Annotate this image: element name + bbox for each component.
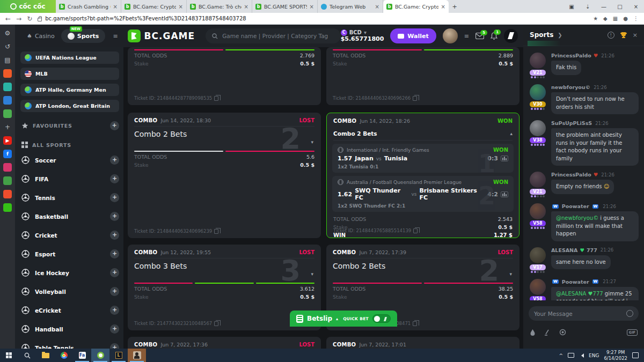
add-favourite-button[interactable]: + bbox=[110, 121, 119, 130]
taskbar-search-icon[interactable] bbox=[18, 349, 36, 362]
maximize-button[interactable]: □ bbox=[612, 4, 628, 10]
speaker-icon[interactable] bbox=[579, 353, 584, 358]
emoji-picker-icon[interactable] bbox=[626, 310, 633, 317]
shield-icon[interactable]: ◆ bbox=[603, 16, 608, 21]
add-ice-hockey-button[interactable]: + bbox=[110, 268, 119, 277]
chat-toggle-button[interactable] bbox=[504, 29, 518, 43]
extensions-icon[interactable]: ▦ bbox=[613, 16, 618, 21]
bet-card-title[interactable]: Combo 2 Bets2▾ bbox=[333, 258, 513, 283]
sidebar-item-ecricket[interactable]: eCricket+ bbox=[20, 301, 119, 320]
browser-tab[interactable]: bBC.Game: Trò chơi sòng bạc× bbox=[187, 0, 252, 13]
avatar[interactable] bbox=[443, 28, 458, 43]
chevron-right-icon[interactable]: ❯ bbox=[558, 32, 562, 38]
all-sports-row[interactable]: ALL SPORTS bbox=[21, 139, 119, 151]
bet-card[interactable]: COMBOJun 14, 2022, 18:26WONCombo 2 Bets▴… bbox=[326, 113, 519, 238]
chat-close-icon[interactable]: × bbox=[633, 32, 638, 39]
add-shortcut-icon[interactable]: + bbox=[3, 123, 12, 131]
search-input[interactable]: Game name | Provider | Category Tag bbox=[206, 28, 340, 43]
pen-icon[interactable] bbox=[544, 329, 551, 336]
chat-username[interactable]: ALESANA bbox=[551, 247, 577, 253]
sidebar-item-soccer[interactable]: Soccer+ bbox=[20, 151, 119, 169]
chat-input[interactable]: Your Message bbox=[529, 306, 639, 321]
copy-icon[interactable] bbox=[413, 321, 417, 326]
sidebar-league-item[interactable]: ATP Halle, Germany Men bbox=[20, 84, 119, 96]
bookmark-star-icon[interactable]: ★ bbox=[593, 16, 598, 21]
collapse-caret-icon[interactable]: ▴ bbox=[510, 131, 513, 136]
sidebar-item-tennis[interactable]: Tennis+ bbox=[20, 188, 119, 207]
browser-tab[interactable]: bCrash Gambling Game - BC.G× bbox=[56, 0, 121, 13]
sidebar-item-basketball[interactable]: Basketball+ bbox=[20, 207, 119, 226]
game-app-icon[interactable] bbox=[3, 109, 12, 118]
sidebar-item-table-tennis[interactable]: Table Tennis+ bbox=[20, 338, 119, 349]
browser-tab[interactable]: Telegram Web× bbox=[318, 0, 383, 13]
history-icon[interactable]: ↺ bbox=[3, 42, 12, 51]
expand-caret-icon[interactable]: ▾ bbox=[311, 139, 313, 145]
character-app-icon[interactable] bbox=[128, 349, 146, 362]
user-menu-icon[interactable]: ≡ bbox=[464, 33, 469, 40]
avatar[interactable] bbox=[530, 120, 546, 136]
coccoc-taskbar-icon[interactable] bbox=[91, 349, 109, 362]
copy-icon[interactable] bbox=[413, 96, 417, 101]
profile-icon[interactable]: ● bbox=[623, 16, 628, 21]
bet-card-title[interactable]: Combo 3 Bets3▾ bbox=[134, 258, 314, 283]
sidebar-league-item[interactable]: UEFA Nations League bbox=[20, 51, 119, 64]
chat-username[interactable]: Poowater bbox=[562, 203, 589, 209]
reload-button[interactable]: ↻ bbox=[27, 15, 32, 23]
add-tennis-button[interactable]: + bbox=[110, 193, 119, 202]
bet-card[interactable]: COMBOJun 7, 2022, 17:36LOST bbox=[128, 337, 321, 349]
chat-username[interactable]: Poowater bbox=[562, 279, 589, 285]
avatar[interactable] bbox=[530, 172, 546, 188]
tab-close-icon[interactable]: × bbox=[113, 4, 118, 10]
avatar[interactable] bbox=[530, 84, 546, 100]
copy-icon[interactable] bbox=[214, 321, 218, 326]
add-soccer-button[interactable]: + bbox=[110, 156, 119, 165]
stats-icon[interactable] bbox=[501, 191, 508, 197]
chrome-icon[interactable] bbox=[55, 349, 73, 362]
wallet-button[interactable]: Wallet bbox=[390, 28, 436, 43]
sidebar-item-volleyball[interactable]: Volleyball+ bbox=[20, 282, 119, 301]
chat-username[interactable]: SuPsUpPLiSsS bbox=[551, 120, 592, 126]
sidebar-item-ice-hockey[interactable]: Ice Hockey+ bbox=[20, 263, 119, 282]
language-indicator[interactable]: ENG bbox=[589, 353, 599, 358]
address-bar[interactable]: bc.game/sports?bt-path=%2Fbets%3FeventId… bbox=[38, 16, 588, 21]
reader-mode-icon[interactable]: ▣ bbox=[564, 4, 580, 10]
menu-toggle-icon[interactable]: ≡ bbox=[113, 33, 118, 40]
settings-icon[interactable]: ⚙ bbox=[3, 29, 12, 38]
avatar[interactable] bbox=[530, 279, 546, 295]
add-cricket-button[interactable]: + bbox=[110, 231, 119, 240]
notifications-button[interactable]: 1 bbox=[491, 32, 497, 40]
bet-card-title[interactable]: Combo 2 Bets▴ bbox=[333, 127, 513, 141]
browser-tab[interactable]: bBC.Game: Crypto Casino Gam× bbox=[121, 0, 187, 13]
sidebar-item-esport[interactable]: Esport+ bbox=[20, 245, 119, 263]
rain-tip-icon[interactable] bbox=[530, 329, 536, 336]
messenger-app-icon[interactable] bbox=[3, 96, 12, 105]
favourites-row[interactable]: FAVOURITES + bbox=[21, 120, 119, 131]
copy-icon[interactable] bbox=[413, 228, 418, 233]
stats-icon[interactable] bbox=[501, 156, 508, 161]
file-explorer-icon[interactable] bbox=[36, 349, 55, 362]
copy-icon[interactable] bbox=[214, 96, 218, 101]
betslip-bar[interactable]: Betslip ▴ QUICK BET bbox=[290, 311, 397, 327]
youtube-icon[interactable]: ▶ bbox=[3, 136, 12, 145]
bet-card-title[interactable]: Combo 2 Bets2▾ bbox=[134, 126, 314, 151]
sidebar-item-handball[interactable]: Handball+ bbox=[20, 320, 119, 338]
minimize-button[interactable]: — bbox=[596, 4, 612, 10]
clock[interactable]: 9:27 PM6/14/2022 bbox=[604, 350, 627, 361]
bcgame-logo[interactable]: BC.GAME bbox=[128, 29, 195, 42]
avatar[interactable] bbox=[530, 247, 546, 263]
mail-button[interactable]: 5 bbox=[475, 33, 484, 39]
hot-app-icon[interactable] bbox=[3, 69, 12, 78]
action-center-icon[interactable] bbox=[632, 352, 639, 358]
league-of-legends-icon[interactable]: L bbox=[109, 349, 128, 362]
tab-sports[interactable]: NEW Sports bbox=[61, 29, 106, 43]
tab-close-icon[interactable]: × bbox=[244, 4, 248, 10]
network-icon[interactable] bbox=[568, 353, 574, 358]
chat-room-title[interactable]: Sports bbox=[530, 31, 553, 40]
avatar[interactable] bbox=[530, 53, 546, 69]
new-tab-button[interactable]: + bbox=[449, 0, 460, 13]
add-basketball-button[interactable]: + bbox=[110, 212, 119, 221]
facebook-icon[interactable]: f bbox=[3, 150, 12, 158]
sidebar-item-cricket[interactable]: Cricket+ bbox=[20, 226, 119, 245]
facebook-app-icon[interactable]: Fa bbox=[73, 349, 91, 362]
add-ecricket-button[interactable]: + bbox=[110, 306, 119, 315]
